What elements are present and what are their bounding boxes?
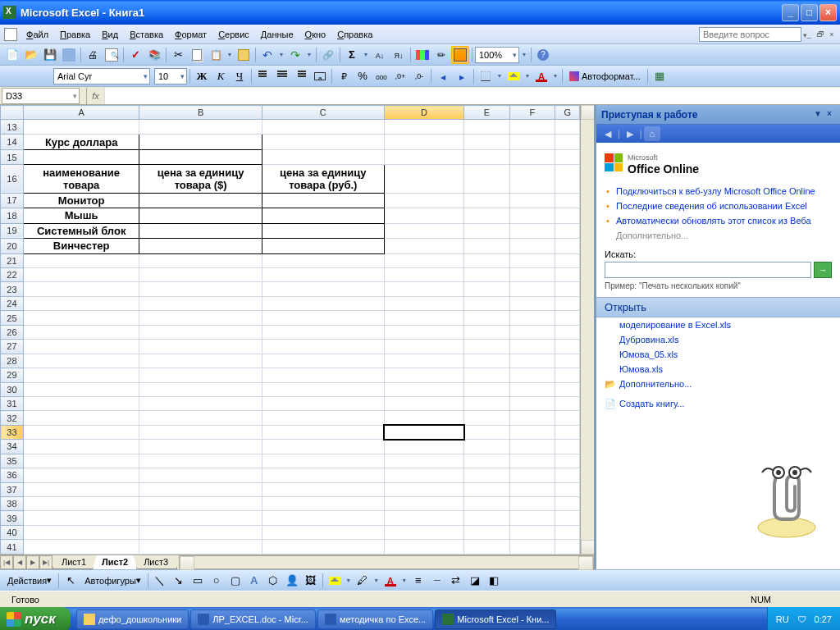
cell-G27[interactable] bbox=[555, 340, 580, 354]
undo-dropdown[interactable]: ▼ bbox=[277, 46, 285, 64]
cell-A36[interactable] bbox=[23, 468, 139, 482]
cell-G32[interactable] bbox=[555, 411, 580, 425]
cell-F30[interactable] bbox=[509, 382, 555, 396]
col-header-B[interactable]: B bbox=[139, 106, 262, 120]
taskpane-more-link[interactable]: Дополнительно... bbox=[605, 228, 832, 243]
select-objects-button[interactable]: ↖ bbox=[62, 572, 80, 590]
tab-last-button[interactable]: ▶| bbox=[39, 555, 52, 569]
paste-dropdown[interactable]: ▼ bbox=[226, 46, 234, 64]
sort-asc-button[interactable] bbox=[371, 46, 389, 64]
arrow-style-button[interactable]: ⇄ bbox=[447, 572, 465, 590]
menu-вид[interactable]: Вид bbox=[96, 27, 124, 42]
cell-F19[interactable] bbox=[509, 223, 555, 238]
cell-F28[interactable] bbox=[509, 354, 555, 368]
cell-A26[interactable] bbox=[23, 325, 139, 339]
cell-G38[interactable] bbox=[555, 497, 580, 511]
row-header-28[interactable]: 28 bbox=[1, 354, 24, 368]
cell-E21[interactable] bbox=[464, 253, 510, 267]
cell-G15[interactable] bbox=[555, 150, 580, 164]
cell-C40[interactable] bbox=[262, 525, 384, 539]
borders-button[interactable] bbox=[477, 67, 495, 85]
bold-button[interactable] bbox=[193, 67, 211, 85]
row-header-31[interactable]: 31 bbox=[1, 396, 24, 410]
cell-E31[interactable] bbox=[464, 396, 510, 410]
cell-E17[interactable] bbox=[464, 193, 510, 208]
comma-button[interactable] bbox=[372, 67, 390, 85]
cell-G16[interactable] bbox=[555, 164, 580, 193]
cell-A25[interactable] bbox=[23, 311, 139, 325]
cell-A38[interactable] bbox=[23, 497, 139, 511]
cell-E23[interactable] bbox=[464, 282, 510, 296]
cell-B37[interactable] bbox=[139, 482, 262, 496]
create-workbook-link[interactable]: Создать книгу... bbox=[605, 396, 832, 411]
spreadsheet-grid[interactable]: ABCDEFG1314Курс доллара1516наименование … bbox=[0, 105, 594, 555]
fill-dropdown[interactable]: ▼ bbox=[523, 67, 532, 85]
tray-shield-icon[interactable]: 🛡 bbox=[797, 614, 806, 624]
cell-D17[interactable] bbox=[384, 193, 463, 208]
cell-E25[interactable] bbox=[464, 311, 510, 325]
cell-E18[interactable] bbox=[464, 208, 510, 223]
cell-C37[interactable] bbox=[262, 482, 384, 496]
taskbar-item-0[interactable]: дефо_дошкольники bbox=[76, 609, 189, 629]
hyperlink-button[interactable] bbox=[319, 46, 337, 64]
cell-D20[interactable] bbox=[384, 239, 463, 253]
cell-D19[interactable] bbox=[384, 223, 463, 238]
cell-A23[interactable] bbox=[23, 282, 139, 296]
menu-файл[interactable]: Файл bbox=[21, 27, 54, 42]
cell-A24[interactable] bbox=[23, 296, 139, 310]
cell-E36[interactable] bbox=[464, 468, 510, 482]
cell-F39[interactable] bbox=[509, 511, 555, 525]
cell-E39[interactable] bbox=[464, 511, 510, 525]
cell-D37[interactable] bbox=[384, 482, 463, 496]
cell-B21[interactable] bbox=[139, 253, 262, 267]
cell-F34[interactable] bbox=[509, 440, 555, 454]
rectangle-button[interactable]: ▭ bbox=[189, 572, 207, 590]
vertical-scrollbar[interactable] bbox=[580, 105, 594, 555]
cell-F22[interactable] bbox=[509, 268, 555, 282]
cell-D41[interactable] bbox=[384, 540, 463, 555]
cell-E22[interactable] bbox=[464, 268, 510, 282]
mdi-minimize-button[interactable]: _ bbox=[804, 30, 814, 39]
cell-A19[interactable]: Системный блок bbox=[23, 223, 139, 238]
cell-B34[interactable] bbox=[139, 440, 262, 454]
close-button[interactable]: × bbox=[819, 4, 837, 21]
cell-F25[interactable] bbox=[509, 311, 555, 325]
cell-D31[interactable] bbox=[384, 396, 463, 410]
row-header-34[interactable]: 34 bbox=[1, 440, 24, 454]
row-header-32[interactable]: 32 bbox=[1, 411, 24, 425]
font-name-combo[interactable]: Arial Cyr bbox=[53, 68, 150, 84]
cell-E15[interactable] bbox=[464, 150, 510, 164]
cell-C19[interactable] bbox=[262, 223, 384, 238]
cell-C38[interactable] bbox=[262, 497, 384, 511]
cell-B29[interactable] bbox=[139, 368, 262, 382]
cell-A27[interactable] bbox=[23, 340, 139, 354]
taskbar-item-2[interactable]: методичка по Exce... bbox=[317, 609, 433, 629]
cell-C34[interactable] bbox=[262, 440, 384, 454]
cell-F38[interactable] bbox=[509, 497, 555, 511]
cell-G26[interactable] bbox=[555, 325, 580, 339]
cell-D36[interactable] bbox=[384, 468, 463, 482]
row-header-27[interactable]: 27 bbox=[1, 340, 24, 354]
permission-button[interactable] bbox=[60, 46, 78, 64]
cell-A14[interactable]: Курс доллара bbox=[23, 134, 139, 149]
cell-B17[interactable] bbox=[139, 193, 262, 208]
cell-F26[interactable] bbox=[509, 325, 555, 339]
cell-D32[interactable] bbox=[384, 411, 463, 425]
cell-E27[interactable] bbox=[464, 340, 510, 354]
cell-C24[interactable] bbox=[262, 296, 384, 310]
cell-B35[interactable] bbox=[139, 454, 262, 468]
cell-A35[interactable] bbox=[23, 454, 139, 468]
sort-desc-button[interactable] bbox=[390, 46, 408, 64]
autoshapes-button[interactable]: Автофигуры ▾ bbox=[80, 572, 145, 590]
align-right-button[interactable] bbox=[292, 67, 310, 85]
cell-E41[interactable] bbox=[464, 540, 510, 555]
cell-D35[interactable] bbox=[384, 454, 463, 468]
menu-формат[interactable]: Формат bbox=[169, 27, 212, 42]
cell-C31[interactable] bbox=[262, 396, 384, 410]
cell-C17[interactable] bbox=[262, 193, 384, 208]
print-preview-button[interactable] bbox=[103, 46, 121, 64]
col-header-C[interactable]: C bbox=[262, 106, 384, 120]
copy-button[interactable] bbox=[188, 46, 206, 64]
cell-A16[interactable]: наименование товара bbox=[23, 164, 139, 193]
cell-E20[interactable] bbox=[464, 239, 510, 253]
